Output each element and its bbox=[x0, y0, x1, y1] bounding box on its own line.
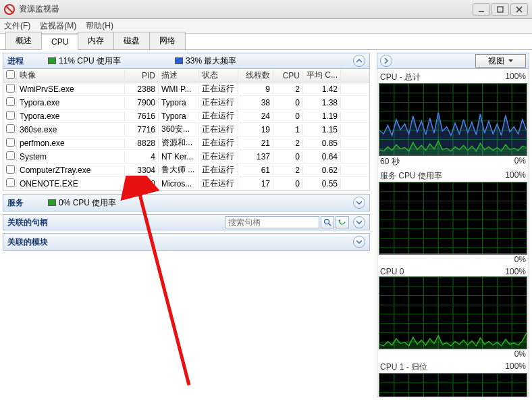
max-freq-label: 33% 最大频率 bbox=[186, 55, 236, 67]
view-button[interactable]: 视图 bbox=[475, 54, 526, 68]
row-checkbox[interactable] bbox=[6, 97, 15, 106]
select-all-checkbox[interactable] bbox=[6, 70, 15, 79]
row-checkbox[interactable] bbox=[6, 124, 15, 133]
chart-canvas bbox=[379, 373, 527, 397]
cell-pid: 7900 bbox=[125, 98, 159, 107]
cell-status: 正在运行 bbox=[199, 151, 238, 162]
table-row[interactable]: WmiPrvSE.exe2388WMI P...正在运行921.42 bbox=[3, 82, 369, 96]
handles-panel: 关联的句柄 bbox=[3, 214, 370, 230]
cell-image: System bbox=[17, 152, 125, 161]
charts-collapse-button[interactable] bbox=[380, 55, 392, 67]
cell-pid: 4 bbox=[125, 152, 159, 161]
tab-disk[interactable]: 磁盘 bbox=[113, 32, 150, 49]
cell-cpu: 0 bbox=[273, 179, 303, 189]
table-row[interactable]: ComputerZTray.exe3304鲁大师 ...正在运行6120.62 bbox=[3, 164, 369, 177]
cell-cpu: 2 bbox=[273, 84, 303, 94]
cell-cpu: 1 bbox=[273, 125, 303, 134]
table-row[interactable]: ONENOTE.EXE560Micros...正在运行1700.55 bbox=[3, 177, 369, 191]
cell-threads: 17 bbox=[238, 179, 273, 189]
chart-canvas bbox=[379, 182, 527, 255]
search-input[interactable] bbox=[225, 216, 319, 228]
cell-cpu: 0 bbox=[273, 111, 303, 121]
cell-image: perfmon.exe bbox=[17, 139, 125, 148]
chart-bottom-right: 0% bbox=[514, 255, 526, 264]
row-checkbox[interactable] bbox=[6, 165, 15, 174]
row-checkbox[interactable] bbox=[6, 111, 15, 120]
cell-threads: 19 bbox=[238, 125, 273, 134]
cell-avg: 1.15 bbox=[303, 125, 341, 134]
col-desc[interactable]: 描述 bbox=[159, 70, 199, 81]
svg-rect-3 bbox=[498, 7, 503, 12]
app-icon bbox=[4, 4, 15, 15]
processes-panel: 进程 11% CPU 使用率 33% 最大频率 映像 PID 描述 状态 线程数… bbox=[3, 53, 370, 191]
col-image[interactable]: 映像 bbox=[17, 70, 125, 81]
col-avg[interactable]: 平均 C... bbox=[303, 70, 341, 81]
col-threads[interactable]: 线程数 bbox=[238, 70, 273, 81]
table-row[interactable]: 360se.exe7716360安...正在运行1911.15 bbox=[3, 123, 369, 136]
row-checkbox[interactable] bbox=[6, 151, 15, 160]
tab-cpu[interactable]: CPU bbox=[41, 34, 78, 50]
table-row[interactable]: Typora.exe7900Typora正在运行3801.38 bbox=[3, 96, 369, 109]
chart-block: CPU 1 - 归位100% bbox=[379, 361, 527, 397]
search-button[interactable] bbox=[321, 216, 334, 228]
table-row[interactable]: perfmon.exe8828资源和...正在运行2120.85 bbox=[3, 136, 369, 150]
processes-collapse-button[interactable] bbox=[353, 55, 365, 67]
tab-memory[interactable]: 内存 bbox=[78, 32, 114, 49]
modules-title: 关联的模块 bbox=[7, 236, 48, 248]
cell-cpu: 0 bbox=[273, 98, 303, 107]
modules-header[interactable]: 关联的模块 bbox=[3, 234, 369, 250]
cell-desc: Typora bbox=[159, 111, 199, 121]
handles-title: 关联的句柄 bbox=[7, 217, 61, 228]
modules-expand-button[interactable] bbox=[353, 236, 365, 248]
menu-monitor[interactable]: 监视器(M) bbox=[40, 20, 76, 32]
menu-file[interactable]: 文件(F) bbox=[4, 20, 30, 32]
chart-title: 服务 CPU 使用率 bbox=[380, 170, 442, 182]
cell-cpu: 2 bbox=[273, 139, 303, 148]
services-header[interactable]: 服务 0% CPU 使用率 bbox=[3, 195, 369, 211]
chart-block: 服务 CPU 使用率100%0% bbox=[379, 170, 527, 264]
charts-header: 视图 bbox=[377, 53, 529, 69]
chart-canvas bbox=[379, 83, 527, 156]
table-row[interactable]: Typora.exe7616Typora正在运行2401.19 bbox=[3, 109, 369, 123]
cell-status: 正在运行 bbox=[199, 178, 238, 189]
cell-image: ComputerZTray.exe bbox=[17, 166, 125, 175]
cell-cpu: 0 bbox=[273, 152, 303, 161]
tab-overview[interactable]: 概述 bbox=[5, 32, 42, 49]
cell-desc: 资源和... bbox=[159, 137, 199, 149]
handles-expand-button[interactable] bbox=[353, 216, 365, 228]
cell-status: 正在运行 bbox=[199, 137, 238, 149]
row-checkbox[interactable] bbox=[6, 84, 15, 93]
cell-status: 正在运行 bbox=[199, 110, 238, 122]
processes-header[interactable]: 进程 11% CPU 使用率 33% 最大频率 bbox=[3, 53, 370, 69]
chart-bottom-right: 0% bbox=[514, 156, 526, 168]
cell-avg: 1.19 bbox=[303, 111, 341, 121]
titlebar: 资源监视器 bbox=[0, 0, 532, 19]
cpu-usage-icon bbox=[48, 57, 56, 64]
cpu-usage-label: 11% CPU 使用率 bbox=[59, 55, 121, 67]
cell-avg: 0.64 bbox=[303, 152, 341, 161]
chart-bottom-right: 0% bbox=[514, 349, 526, 359]
services-cpu-label: 0% CPU 使用率 bbox=[59, 197, 116, 209]
minimize-button[interactable] bbox=[473, 3, 490, 16]
cell-desc: 360安... bbox=[159, 124, 199, 135]
row-checkbox[interactable] bbox=[6, 178, 15, 187]
services-expand-button[interactable] bbox=[353, 197, 365, 209]
charts-container: CPU - 总计100%60 秒0%服务 CPU 使用率100%0%CPU 01… bbox=[377, 69, 529, 397]
col-pid[interactable]: PID bbox=[125, 71, 159, 80]
table-row[interactable]: System4NT Ker...正在运行13700.64 bbox=[3, 150, 369, 164]
cell-desc: WMI P... bbox=[159, 84, 199, 94]
refresh-button[interactable] bbox=[336, 216, 349, 228]
max-freq-icon bbox=[175, 57, 183, 64]
maximize-button[interactable] bbox=[491, 3, 509, 16]
menu-help[interactable]: 帮助(H) bbox=[86, 20, 113, 32]
close-button[interactable] bbox=[510, 3, 528, 16]
cell-desc: Micros... bbox=[159, 179, 199, 189]
col-status[interactable]: 状态 bbox=[199, 70, 238, 81]
row-checkbox[interactable] bbox=[6, 138, 15, 147]
col-cpu[interactable]: CPU bbox=[273, 71, 303, 80]
cell-status: 正在运行 bbox=[199, 124, 238, 135]
tab-network[interactable]: 网络 bbox=[149, 32, 186, 49]
svg-line-1 bbox=[6, 6, 13, 13]
services-title: 服务 bbox=[7, 197, 41, 209]
cell-threads: 61 bbox=[238, 166, 273, 175]
